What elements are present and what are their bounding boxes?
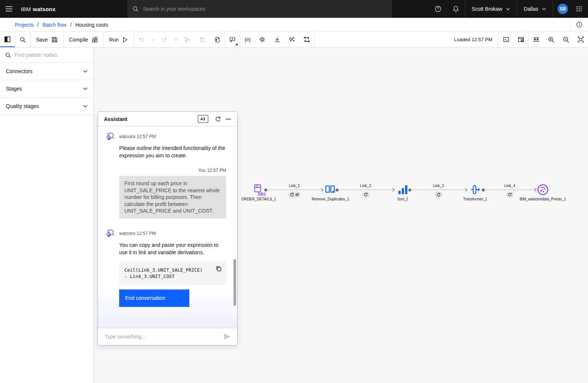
run-play-icon (122, 37, 128, 43)
search-icon (5, 52, 11, 58)
user-menu[interactable]: Scott Brokaw (465, 0, 517, 18)
chevron-down-icon (83, 105, 88, 108)
send-icon (223, 333, 230, 340)
breadcrumb-batch-flow[interactable]: Batch flow (42, 22, 66, 28)
minimize-assistant-button[interactable] (223, 114, 233, 124)
assistant-message: You can copy and paste your expression t… (119, 241, 226, 256)
user-message: First round up each price in UNIT_SALE_P… (119, 176, 226, 219)
palette-section-connectors[interactable]: Connectors (0, 63, 94, 80)
notifications-button[interactable] (447, 0, 465, 18)
header-actions: ? Scott Brokaw Dallas SB (429, 0, 588, 18)
palette-section-quality-stages[interactable]: Quality stages (0, 98, 94, 115)
flow-info-button[interactable] (570, 17, 588, 32)
copy-code-button[interactable] (215, 265, 223, 273)
palette-search-input[interactable] (14, 52, 88, 58)
hamburger-menu-button[interactable] (0, 0, 18, 18)
scissors-icon (184, 37, 190, 43)
flow-node-watsonxdata-presto[interactable]: IBM_watsonxdata_Presto_1 (519, 183, 566, 201)
header-divider (553, 0, 553, 18)
help-button[interactable]: ? (429, 0, 447, 18)
db2-icon: DB2 (254, 183, 264, 197)
hamburger-icon (6, 6, 12, 12)
run-button[interactable]: Run (104, 32, 134, 47)
minimize-icon (226, 119, 231, 120)
redo-button[interactable] (157, 32, 172, 47)
cut-button[interactable] (180, 32, 195, 47)
download-button[interactable] (270, 32, 285, 47)
zoom-in-icon (548, 36, 554, 43)
sort-bars-icon (398, 183, 408, 197)
auto-arrange-button[interactable] (529, 32, 543, 47)
node-label: Sort_1 (397, 197, 408, 201)
undo-menu-button[interactable] (149, 32, 157, 47)
search-icon (20, 37, 26, 43)
user-name: Scott Brokaw (472, 6, 502, 12)
output-port-dot[interactable] (336, 189, 339, 192)
global-search (127, 0, 392, 18)
message-meta: watsonx 12:57 PM (105, 229, 226, 238)
output-port-dot[interactable] (264, 189, 267, 192)
zoom-out-icon (563, 36, 569, 43)
region-menu[interactable]: Dallas (517, 0, 553, 18)
conversation-scrollbar[interactable] (233, 259, 236, 306)
svg-text:?: ? (437, 7, 439, 11)
end-conversation-button[interactable]: End conversation (119, 289, 189, 307)
settings-button[interactable] (255, 32, 270, 47)
link-status-badge[interactable] (506, 192, 514, 198)
search-canvas-button[interactable] (15, 32, 30, 47)
avatar[interactable]: SB (558, 4, 568, 14)
fit-to-screen-icon (578, 36, 584, 43)
assistant-conversation[interactable]: watsonx 12:57 PM Please outline the inte… (98, 127, 237, 328)
output-port-dot[interactable] (408, 189, 411, 192)
link-status-badge[interactable] (288, 192, 301, 198)
schedule-panel-button[interactable] (513, 32, 528, 47)
parameters-button[interactable]: {#} (240, 32, 255, 47)
redo-menu-button[interactable] (172, 32, 180, 47)
send-message-button[interactable] (222, 331, 232, 342)
help-icon: ? (435, 6, 441, 12)
import-asset-button[interactable] (210, 32, 225, 47)
data-definitions-button[interactable] (285, 32, 300, 47)
assistant-input-bar (98, 328, 237, 345)
sync-icon (364, 193, 368, 197)
global-search-input[interactable] (143, 6, 387, 12)
compile-button[interactable]: Compile (63, 32, 103, 47)
remove-duplicates-icon (325, 183, 336, 197)
flow-node-sort[interactable]: Sort_1 (397, 183, 408, 201)
save-button[interactable]: Save (30, 32, 63, 47)
link-status-badge[interactable] (435, 192, 442, 198)
palette-section-stages[interactable]: Stages (0, 80, 94, 98)
chevron-down-icon (506, 8, 510, 10)
divider (314, 32, 315, 47)
swap-icon (304, 36, 310, 43)
restart-conversation-button[interactable] (213, 114, 223, 124)
zoom-out-button[interactable] (558, 32, 573, 47)
product-title: IBM watsonx (21, 6, 56, 12)
sync-icon (290, 193, 294, 197)
presto-icon (537, 183, 549, 197)
breadcrumb: Projects / Batch flow / Housing costs (0, 18, 588, 32)
output-port-dot[interactable] (482, 189, 485, 192)
link-status-badge[interactable] (362, 192, 370, 198)
parameters-icon: {#} (245, 37, 251, 42)
add-comment-button[interactable] (225, 32, 240, 47)
toggle-palette-button[interactable] (0, 32, 15, 47)
assistant-title: Assistant (104, 116, 198, 122)
compile-icon (92, 37, 98, 43)
breadcrumb-projects[interactable]: Projects (15, 22, 34, 28)
zoom-in-button[interactable] (543, 32, 558, 47)
flow-toolbar: Save Compile Run (0, 32, 588, 48)
assistant-message-input[interactable] (105, 334, 222, 340)
fit-to-screen-button[interactable] (573, 32, 588, 47)
flow-link-3[interactable]: Link_3 (410, 190, 467, 190)
run-log-panel-button[interactable] (499, 32, 513, 47)
app-switcher-button[interactable] (570, 0, 588, 18)
copy-button[interactable] (195, 32, 210, 47)
assistant-panel: Assistant AI watsonx 12:57 PM Please out… (98, 111, 238, 346)
copy-icon (199, 37, 205, 43)
convert-swap-button[interactable] (300, 32, 314, 47)
message-meta: You 12:57 PM (105, 168, 226, 173)
flow-link-2[interactable]: Link_2 (337, 190, 394, 190)
expression-code: Ceil(Link_3.UNIT_SALE_PRICE) - Link_3.UN… (124, 267, 213, 279)
undo-button[interactable] (134, 32, 149, 47)
